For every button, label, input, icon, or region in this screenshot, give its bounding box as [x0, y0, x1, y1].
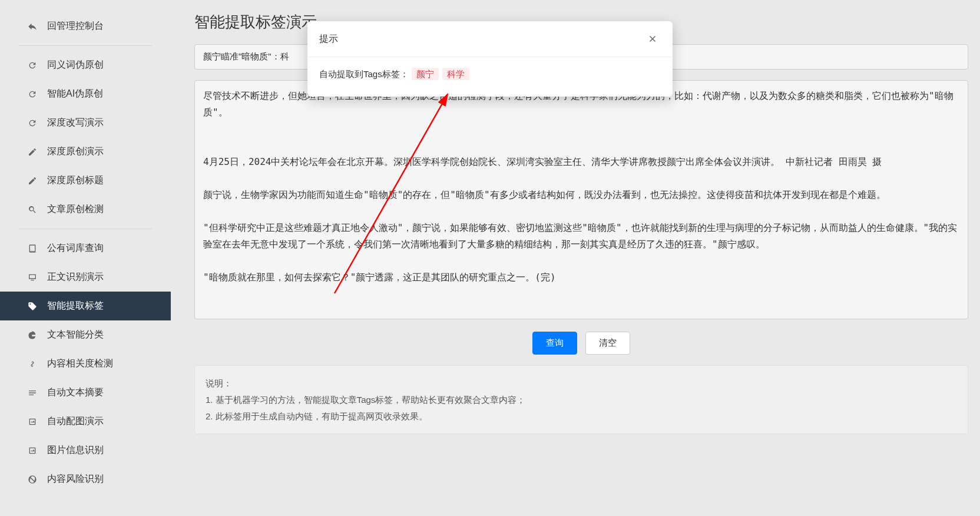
bars-icon: [27, 388, 38, 398]
sidebar-item-label: 深度改写演示: [47, 117, 104, 129]
refresh-icon: [27, 118, 38, 128]
sidebar-divider: [19, 45, 152, 46]
sidebar-divider: [19, 229, 152, 229]
sidebar-item[interactable]: 同义词伪原创: [0, 51, 171, 80]
sidebar-item-label: 图片信息识别: [47, 444, 104, 457]
modal-body: 自动提取到Tags标签： 颜宁科学: [307, 57, 673, 97]
sidebar-item-label: 自动配图演示: [47, 415, 104, 428]
sidebar-item-label: 同义词伪原创: [47, 59, 104, 71]
image-icon: [27, 416, 38, 427]
sidebar-item[interactable]: 深度改写演示: [0, 108, 171, 137]
prompt-modal: 提示 自动提取到Tags标签： 颜宁科学: [307, 21, 673, 97]
ban-icon: [27, 474, 38, 485]
sidebar-item[interactable]: 内容相关度检测: [0, 349, 171, 378]
query-button[interactable]: 查询: [532, 332, 577, 355]
sidebar-item-label: 自动文本摘要: [47, 386, 104, 399]
refresh-icon: [27, 60, 38, 71]
sidebar-item-label: 内容风险识别: [47, 473, 104, 485]
description-line: 1. 基于机器学习的方法，智能提取文章Tags标签，帮助站长更有效聚合文章内容；: [206, 392, 957, 408]
modal-title: 提示: [319, 33, 338, 45]
sidebar-item[interactable]: 智能AI伪原创: [0, 80, 171, 108]
sidebar-item[interactable]: 图片信息识别: [0, 436, 171, 465]
sidebar-item[interactable]: 正文识别演示: [0, 263, 171, 292]
description-box: 说明： 1. 基于机器学习的方法，智能提取文章Tags标签，帮助站长更有效聚合文…: [194, 365, 968, 434]
tag-icon: [27, 301, 38, 312]
sidebar-group-1: 同义词伪原创智能AI伪原创深度改写演示深度原创演示深度原创标题文章原创检测: [0, 51, 171, 224]
modal-body-text: 自动提取到Tags标签：: [319, 69, 409, 80]
link-icon: [27, 359, 38, 369]
sidebar-item-label: 公有词库查询: [47, 242, 104, 254]
clear-button[interactable]: 清空: [585, 332, 630, 355]
close-icon[interactable]: [644, 31, 661, 47]
edit-icon: [27, 176, 38, 186]
modal-header: 提示: [307, 21, 673, 57]
sidebar-item[interactable]: 自动配图演示: [0, 407, 171, 436]
sidebar-item[interactable]: 深度原创演示: [0, 137, 171, 166]
sidebar-item-label: 文本智能分类: [47, 329, 104, 341]
sidebar-item-label: 内容相关度检测: [47, 358, 113, 370]
monitor-icon: [27, 272, 38, 283]
extracted-tag: 颜宁: [412, 68, 439, 80]
sidebar-item-label: 深度原创标题: [47, 174, 104, 187]
sidebar-group-2: 公有词库查询正文识别演示智能提取标签文本智能分类内容相关度检测自动文本摘要自动配…: [0, 234, 171, 494]
description-line: 2. 此标签用于生成自动内链，有助于提高网页收录效果。: [206, 408, 957, 425]
sidebar-item[interactable]: 智能提取标签: [0, 292, 171, 320]
sidebar-item-label: 深度原创演示: [47, 145, 104, 158]
sidebar-item-label: 回管理控制台: [47, 20, 104, 32]
reply-icon: [27, 21, 38, 32]
sidebar-item[interactable]: 深度原创标题: [0, 166, 171, 195]
sidebar-item-label: 智能AI伪原创: [47, 88, 103, 100]
sidebar-item[interactable]: 内容风险识别: [0, 465, 171, 494]
description-heading: 说明：: [206, 375, 957, 392]
sidebar-item[interactable]: 自动文本摘要: [0, 378, 171, 407]
sidebar-item-label: 智能提取标签: [47, 300, 104, 312]
sidebar-item-label: 文章原创检测: [47, 203, 104, 216]
content-textarea[interactable]: [194, 80, 968, 319]
modal-tags-container: 颜宁科学: [410, 69, 471, 80]
sidebar: 回管理控制台 同义词伪原创智能AI伪原创深度改写演示深度原创演示深度原创标题文章…: [0, 12, 171, 516]
button-row: 查询 清空: [194, 332, 968, 355]
back-to-admin-link[interactable]: 回管理控制台: [0, 12, 171, 41]
sidebar-item[interactable]: 文章原创检测: [0, 195, 171, 224]
sidebar-item[interactable]: 文本智能分类: [0, 320, 171, 349]
sidebar-item[interactable]: 公有词库查询: [0, 234, 171, 263]
sidebar-item-label: 正文识别演示: [47, 271, 104, 283]
pie-icon: [27, 330, 38, 340]
image-icon: [27, 445, 38, 456]
extracted-tag: 科学: [442, 68, 469, 80]
edit-icon: [27, 147, 38, 157]
search-icon: [27, 204, 38, 215]
refresh-icon: [27, 89, 38, 100]
book-icon: [27, 243, 38, 254]
